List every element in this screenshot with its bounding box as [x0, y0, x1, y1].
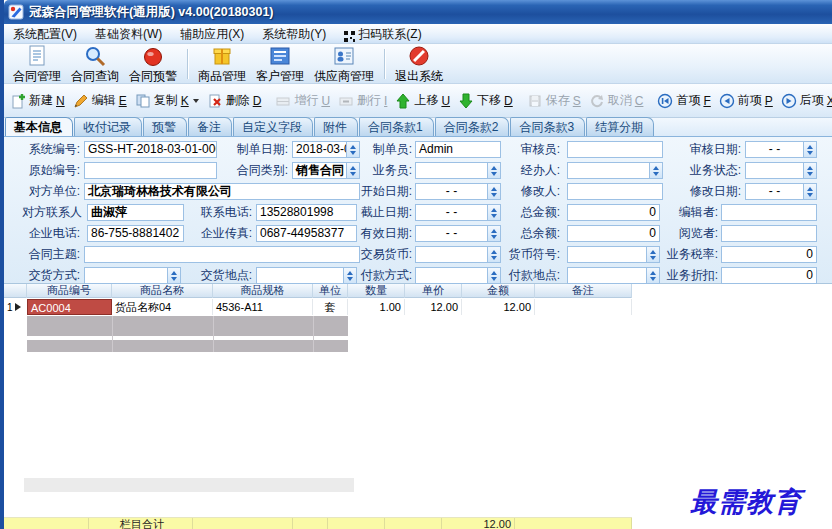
spinner-icon[interactable] — [487, 184, 500, 199]
app-logo-icon — [8, 4, 24, 20]
prev-item-button[interactable]: 前项P — [715, 87, 777, 115]
currency-field[interactable] — [415, 246, 501, 263]
edit-button[interactable]: 编辑E — [69, 87, 131, 115]
col-header-name[interactable]: 商品名称 — [112, 284, 213, 298]
spinner-icon[interactable] — [167, 268, 180, 283]
col-header-note[interactable]: 备注 — [535, 284, 632, 298]
add-row-button[interactable]: 增行U — [271, 87, 334, 115]
system-no-field[interactable]: GSS-HT-2018-03-01-000003 — [84, 141, 217, 158]
tab-alert[interactable]: 预警 — [143, 117, 187, 136]
cancel-button[interactable]: 取消C — [585, 87, 648, 115]
cell-code-selected[interactable]: AC0004 — [27, 299, 112, 315]
cell-note[interactable] — [535, 299, 632, 315]
modify-date-field[interactable]: - - — [745, 183, 817, 200]
tab-settlement-stages[interactable]: 结算分期 — [586, 117, 654, 136]
tab-custom-fields[interactable]: 自定义字段 — [233, 117, 313, 136]
currency-symbol-field[interactable] — [567, 246, 660, 263]
spinner-icon[interactable] — [649, 163, 662, 178]
audit-date-field[interactable]: - - — [745, 141, 817, 158]
payment-place-field[interactable] — [567, 267, 660, 284]
biz-status-field[interactable] — [745, 162, 817, 179]
counterparty-field[interactable]: 北京瑞琦林格技术有限公司 — [84, 183, 360, 200]
spinner-icon[interactable] — [646, 268, 659, 283]
new-button[interactable]: 新建N — [6, 87, 69, 115]
menu-scan-contact[interactable]: 扫码联系(Z) — [335, 24, 430, 44]
tab-basic-info[interactable]: 基本信息 — [5, 117, 73, 136]
total-balance-field[interactable]: 0 — [567, 225, 660, 242]
tab-attachments[interactable]: 附件 — [314, 117, 358, 136]
product-manage-button[interactable]: 商品管理 — [193, 45, 251, 83]
exit-system-button[interactable]: 退出系统 — [390, 45, 448, 83]
tab-terms-3[interactable]: 合同条款3 — [510, 117, 585, 136]
contract-manage-button[interactable]: 合同管理 — [8, 45, 66, 83]
cell-price[interactable]: 12.00 — [405, 299, 462, 315]
company-phone-field[interactable]: 86-755-8881402 — [87, 225, 184, 242]
discount-field[interactable]: 0 — [721, 267, 817, 284]
spinner-icon[interactable] — [487, 247, 500, 262]
contact-phone-field[interactable]: 13528801998 — [256, 204, 357, 221]
customer-manage-button[interactable]: 客户管理 — [251, 45, 309, 83]
col-header-qty[interactable]: 数量 — [348, 284, 405, 298]
col-header-spec[interactable]: 商品规格 — [213, 284, 313, 298]
end-date-field[interactable]: - - — [415, 204, 501, 221]
menu-base-data[interactable]: 基础资料(W) — [86, 24, 171, 44]
delete-button[interactable]: 删除D — [203, 87, 266, 115]
contract-alert-button[interactable]: 合同预警 — [124, 45, 182, 83]
cell-amount[interactable]: 12.00 — [462, 299, 535, 315]
save-button[interactable]: 保存S — [523, 87, 585, 115]
cell-qty[interactable]: 1.00 — [348, 299, 405, 315]
move-down-button[interactable]: 下移D — [454, 87, 517, 115]
tab-payment-records[interactable]: 收付记录 — [74, 117, 142, 136]
modifier-field[interactable] — [567, 183, 663, 200]
editor-field[interactable] — [721, 204, 817, 221]
subject-field[interactable] — [84, 246, 360, 263]
contract-type-field[interactable]: 销售合同 — [292, 162, 360, 179]
delivery-method-field[interactable] — [84, 267, 181, 284]
cell-spec[interactable]: 4536-A11 — [213, 299, 313, 315]
start-date-field[interactable]: - - — [415, 183, 501, 200]
first-item-button[interactable]: 首项F — [653, 87, 714, 115]
spinner-icon[interactable] — [487, 226, 500, 241]
col-header-amount[interactable]: 金额 — [462, 284, 535, 298]
copy-button[interactable]: 复制K — [131, 87, 203, 115]
menu-system-config[interactable]: 系统配置(V) — [4, 24, 86, 44]
company-fax-field[interactable]: 0687-44958377 — [256, 225, 357, 242]
tab-remark[interactable]: 备注 — [188, 117, 232, 136]
spinner-icon[interactable] — [803, 142, 816, 157]
col-header-unit[interactable]: 单位 — [313, 284, 348, 298]
contact-field[interactable]: 曲淑萍 — [87, 204, 184, 221]
payment-method-field[interactable] — [415, 267, 501, 284]
move-up-button[interactable]: 上移U — [391, 87, 454, 115]
col-header-price[interactable]: 单价 — [405, 284, 462, 298]
cell-unit[interactable]: 套 — [313, 299, 348, 315]
spinner-icon[interactable] — [803, 163, 816, 178]
valid-date-field[interactable]: - - — [415, 225, 501, 242]
contract-query-button[interactable]: 合同查询 — [66, 45, 124, 83]
spinner-icon[interactable] — [487, 163, 500, 178]
spinner-icon[interactable] — [487, 205, 500, 220]
tax-rate-field[interactable]: 0 — [721, 246, 817, 263]
orig-no-field[interactable] — [84, 162, 217, 179]
spinner-icon[interactable] — [646, 247, 659, 262]
make-date-field[interactable]: 2018-03-01 — [292, 141, 360, 158]
menu-aux-apps[interactable]: 辅助应用(X) — [171, 24, 253, 44]
cell-name[interactable]: 货品名称04 — [112, 299, 213, 315]
total-amount-field[interactable]: 0 — [567, 204, 660, 221]
next-item-button[interactable]: 后项X — [777, 87, 832, 115]
spinner-icon[interactable] — [803, 184, 816, 199]
salesman-field[interactable] — [415, 162, 501, 179]
menu-system-help[interactable]: 系统帮助(Y) — [253, 24, 335, 44]
supplier-manage-button[interactable]: 供应商管理 — [309, 45, 379, 83]
table-row[interactable]: AC0004 货品名称04 4536-A11 套 1.00 12.00 12.0… — [4, 299, 632, 315]
delivery-place-field[interactable] — [256, 267, 357, 284]
viewer-field[interactable] — [721, 225, 817, 242]
col-header-code[interactable]: 商品编号 — [27, 284, 112, 298]
handler-field[interactable] — [567, 162, 663, 179]
maker-field[interactable]: Admin — [415, 141, 501, 158]
tab-terms-2[interactable]: 合同条款2 — [435, 117, 510, 136]
auditor-field[interactable] — [567, 141, 663, 158]
spinner-icon[interactable] — [487, 268, 500, 283]
copy-dropdown-caret-icon[interactable] — [193, 99, 199, 103]
tab-terms-1[interactable]: 合同条款1 — [359, 117, 434, 136]
delete-row-button[interactable]: 删行I — [334, 87, 391, 115]
